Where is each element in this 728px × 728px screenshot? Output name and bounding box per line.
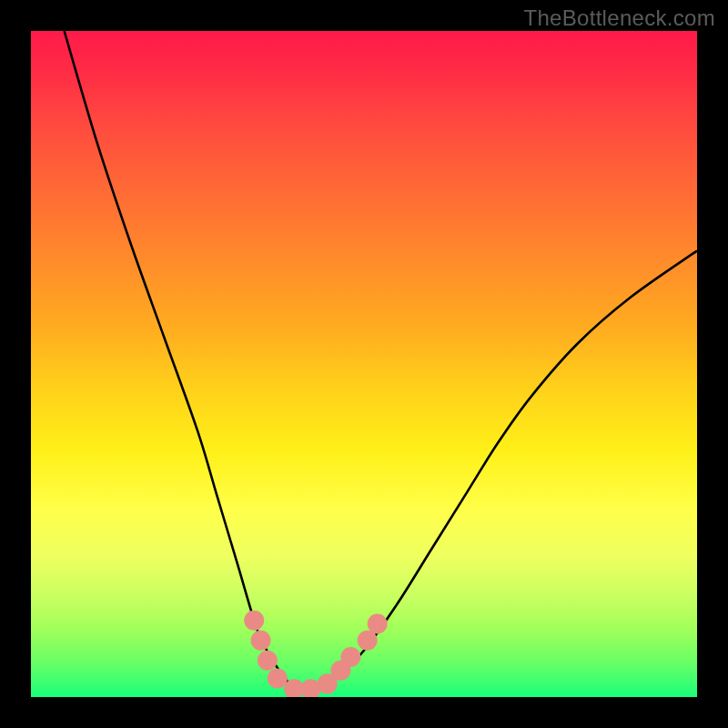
watermark-text: TheBottleneck.com (523, 5, 715, 31)
curve-marker (258, 651, 278, 671)
curve-marker (340, 647, 360, 667)
chart-svg (31, 31, 697, 697)
curve-line (65, 31, 697, 693)
bottleneck-curve (65, 31, 697, 693)
chart-frame: TheBottleneck.com (0, 0, 728, 728)
curve-marker (268, 669, 288, 689)
curve-marker (358, 631, 378, 651)
curve-marker (251, 631, 271, 651)
curve-marker (368, 613, 388, 633)
curve-marker (244, 611, 264, 631)
curve-markers (244, 611, 387, 697)
plot-area (31, 31, 697, 697)
